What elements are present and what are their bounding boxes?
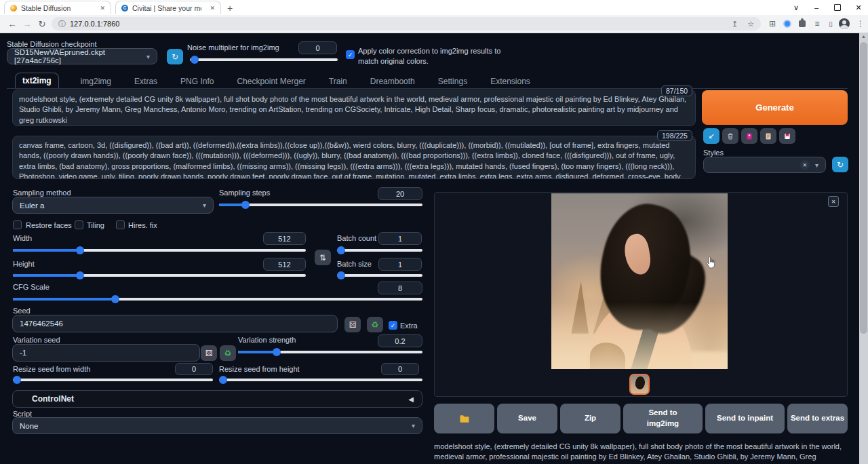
- refresh-styles-button[interactable]: ↻: [832, 157, 848, 172]
- zip-button[interactable]: Zip: [560, 404, 620, 433]
- height-slider[interactable]: [13, 271, 306, 279]
- browser-tab-stable-diffusion[interactable]: Stable Diffusion ✕: [4, 1, 111, 14]
- save-style-button[interactable]: [779, 128, 795, 144]
- sampling-method-dropdown[interactable]: Euler a ▾: [12, 197, 214, 214]
- resize-seed-height-value[interactable]: 0: [381, 363, 419, 375]
- url-bar[interactable]: ⓘ 127.0.0.1:7860 ↥ ☆: [52, 17, 761, 31]
- site-info-icon[interactable]: ⓘ: [58, 19, 66, 29]
- apply-style-button[interactable]: [760, 128, 776, 144]
- reuse-seed-button[interactable]: ♻: [367, 317, 383, 332]
- color-correction-checkbox[interactable]: ✓: [346, 50, 355, 59]
- prompt-textarea[interactable]: modelshoot style, (extremely detailed CG…: [12, 90, 696, 126]
- hires-fix-checkbox[interactable]: [116, 220, 125, 229]
- extensions-puzzle-icon[interactable]: [796, 18, 808, 30]
- height-value[interactable]: 512: [263, 258, 306, 271]
- tab-txt2img[interactable]: txt2img: [15, 73, 59, 89]
- generated-image[interactable]: [551, 193, 728, 369]
- open-folder-button[interactable]: [434, 404, 494, 433]
- tab-dreambooth[interactable]: Dreambooth: [369, 74, 416, 89]
- window-minimize-button[interactable]: –: [807, 0, 826, 15]
- recycle-icon: ♻: [372, 320, 379, 330]
- send-to-inpaint-button[interactable]: Send to inpaint: [705, 404, 785, 433]
- clear-prompt-button[interactable]: [722, 128, 738, 144]
- window-close-button[interactable]: ✕: [849, 0, 868, 15]
- kebab-menu-icon[interactable]: ⋮: [854, 18, 867, 30]
- resize-seed-width-value[interactable]: 0: [175, 363, 213, 375]
- chevron-down-icon: ▾: [412, 422, 415, 429]
- tab-png-info[interactable]: PNG Info: [179, 74, 215, 89]
- checkpoint-dropdown[interactable]: SD15NewVAEpruned.ckpt [27a4ac756c] ▾: [7, 48, 157, 64]
- tab-settings[interactable]: Settings: [437, 74, 469, 89]
- send-to-img2img-button[interactable]: Send to img2img: [623, 404, 703, 433]
- cfg-scale-value[interactable]: 8: [378, 282, 422, 294]
- tab-checkpoint-merger[interactable]: Checkpoint Merger: [235, 74, 307, 89]
- controlnet-accordion[interactable]: ControlNet ◀: [12, 390, 422, 408]
- hand-cursor: [704, 255, 717, 270]
- negative-prompt-textarea[interactable]: canvas frame, cartoon, 3d, ((disfigured)…: [12, 136, 696, 179]
- sampling-steps-value[interactable]: 20: [378, 187, 422, 200]
- cfg-scale-slider[interactable]: [13, 294, 422, 303]
- reuse-variation-seed-button[interactable]: ♻: [220, 345, 236, 361]
- batch-size-slider[interactable]: [337, 271, 422, 279]
- tab-extras[interactable]: Extras: [133, 74, 159, 89]
- refresh-checkpoint-button[interactable]: ↻: [167, 49, 183, 64]
- noise-multiplier-label: Noise multiplier for img2img: [187, 43, 279, 52]
- apps-grid-icon[interactable]: ⊞: [766, 18, 778, 30]
- random-variation-seed-button[interactable]: ⚄: [201, 345, 217, 361]
- accordion-arrow-icon: ◀: [408, 395, 414, 403]
- seed-input[interactable]: 1476462546: [12, 315, 338, 332]
- back-icon[interactable]: ←: [5, 17, 19, 31]
- save-button[interactable]: Save: [497, 404, 557, 433]
- variation-seed-value: -1: [20, 349, 26, 357]
- send-to-extras-button[interactable]: Send to extras: [787, 404, 848, 433]
- batch-count-slider[interactable]: [337, 246, 422, 254]
- noise-multiplier-slider[interactable]: [190, 55, 338, 64]
- variation-strength-value[interactable]: 0.2: [378, 334, 422, 347]
- batch-count-value[interactable]: 1: [378, 232, 422, 245]
- extra-seed-checkbox[interactable]: ✓: [389, 321, 397, 330]
- new-tab-button[interactable]: +: [224, 2, 236, 14]
- reload-icon[interactable]: ↻: [35, 17, 49, 31]
- variation-seed-input[interactable]: -1: [12, 344, 200, 362]
- tab-img2img[interactable]: img2img: [79, 74, 113, 89]
- variation-strength-slider[interactable]: [238, 347, 422, 356]
- sampling-steps-slider[interactable]: [219, 200, 422, 209]
- window-menu-chevron-icon[interactable]: ∨: [787, 0, 806, 15]
- batch-size-value[interactable]: 1: [378, 258, 422, 271]
- width-slider[interactable]: [13, 246, 306, 254]
- noise-multiplier-value[interactable]: 0: [298, 41, 337, 54]
- resize-seed-width-slider[interactable]: [13, 375, 213, 384]
- window-restore-button[interactable]: [828, 0, 847, 15]
- restore-faces-checkbox[interactable]: [13, 220, 22, 229]
- bookmark-star-icon[interactable]: ☆: [747, 20, 754, 28]
- swap-dimensions-button[interactable]: ⇅: [315, 250, 331, 265]
- page-scrollbar[interactable]: ▲: [859, 33, 868, 464]
- generate-button[interactable]: Generate: [702, 90, 848, 125]
- browser-tab-civitai[interactable]: C Civitai | Share your models ✕: [115, 1, 221, 14]
- scroll-up-icon[interactable]: ▲: [861, 34, 866, 39]
- tiling-checkbox[interactable]: [75, 220, 83, 229]
- forward-icon[interactable]: →: [20, 17, 34, 31]
- styles-dropdown[interactable]: ✕ ▾: [703, 157, 826, 173]
- profile-avatar[interactable]: [838, 18, 850, 30]
- checkpoint-label: Stable Diffusion checkpoint: [7, 40, 97, 48]
- tab-extensions[interactable]: Extensions: [489, 74, 532, 89]
- clear-styles-icon[interactable]: ✕: [800, 160, 810, 170]
- script-dropdown[interactable]: None ▾: [12, 417, 422, 434]
- style-card-button[interactable]: [741, 128, 757, 144]
- generation-info-text: modelshoot style, (extremely detailed CG…: [434, 442, 846, 464]
- side-panel-icon[interactable]: ▯: [825, 18, 837, 30]
- extension-blue-icon[interactable]: [781, 18, 793, 30]
- width-value[interactable]: 512: [263, 232, 306, 245]
- gallery-thumbnail-selected[interactable]: [629, 374, 650, 395]
- scrollbar-thumb[interactable]: [860, 42, 867, 334]
- resize-seed-height-slider[interactable]: [219, 375, 422, 384]
- tab-close-icon[interactable]: ✕: [210, 5, 215, 12]
- share-icon[interactable]: ↥: [732, 20, 738, 28]
- reading-list-icon[interactable]: ≡: [811, 18, 823, 30]
- close-preview-button[interactable]: ✕: [828, 196, 839, 207]
- tab-close-icon[interactable]: ✕: [100, 5, 105, 12]
- random-seed-button[interactable]: ⚄: [344, 317, 361, 332]
- tab-train[interactable]: Train: [328, 74, 349, 89]
- paste-params-button[interactable]: ↙: [703, 128, 719, 144]
